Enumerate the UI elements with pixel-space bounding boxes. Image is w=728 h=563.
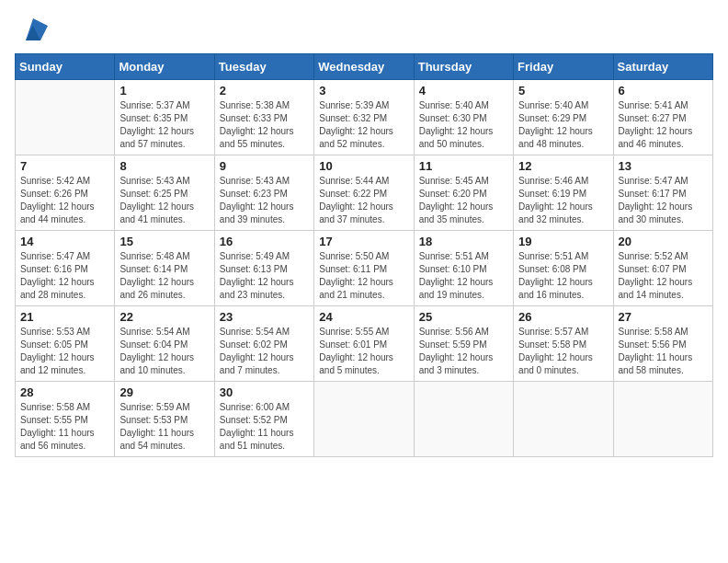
day-info: Sunrise: 5:49 AM Sunset: 6:13 PM Dayligh… (220, 250, 309, 302)
calendar-cell: 8Sunrise: 5:43 AM Sunset: 6:25 PM Daylig… (115, 155, 214, 231)
calendar-cell: 15Sunrise: 5:48 AM Sunset: 6:14 PM Dayli… (115, 231, 214, 306)
calendar-week-row: 1Sunrise: 5:37 AM Sunset: 6:35 PM Daylig… (16, 80, 713, 155)
calendar-cell: 26Sunrise: 5:57 AM Sunset: 5:58 PM Dayli… (514, 306, 613, 382)
calendar-cell: 27Sunrise: 5:58 AM Sunset: 5:56 PM Dayli… (613, 306, 712, 382)
day-info: Sunrise: 5:58 AM Sunset: 5:55 PM Dayligh… (20, 401, 109, 453)
day-number: 16 (220, 235, 309, 248)
day-number: 8 (119, 159, 209, 173)
calendar-cell (414, 382, 513, 457)
calendar-cell: 6Sunrise: 5:41 AM Sunset: 6:27 PM Daylig… (613, 80, 712, 155)
day-number: 21 (20, 310, 109, 324)
calendar-cell: 18Sunrise: 5:51 AM Sunset: 6:10 PM Dayli… (414, 231, 513, 306)
calendar-cell: 4Sunrise: 5:40 AM Sunset: 6:30 PM Daylig… (414, 80, 513, 155)
weekday-header: Thursday (414, 54, 513, 80)
day-number: 18 (419, 235, 508, 248)
day-info: Sunrise: 5:54 AM Sunset: 6:04 PM Dayligh… (119, 326, 209, 377)
day-info: Sunrise: 5:47 AM Sunset: 6:17 PM Dayligh… (619, 175, 708, 226)
weekday-header: Wednesday (314, 54, 414, 80)
calendar-week-row: 14Sunrise: 5:47 AM Sunset: 6:16 PM Dayli… (16, 231, 713, 306)
day-number: 13 (619, 159, 708, 173)
day-info: Sunrise: 5:50 AM Sunset: 6:11 PM Dayligh… (319, 250, 408, 302)
day-number: 30 (220, 385, 309, 399)
day-number: 28 (20, 385, 109, 399)
calendar-cell: 19Sunrise: 5:51 AM Sunset: 6:08 PM Dayli… (514, 231, 613, 306)
day-info: Sunrise: 5:57 AM Sunset: 5:58 PM Dayligh… (518, 326, 608, 377)
day-info: Sunrise: 5:37 AM Sunset: 6:35 PM Dayligh… (119, 99, 209, 151)
day-info: Sunrise: 5:58 AM Sunset: 5:56 PM Dayligh… (619, 326, 708, 377)
day-number: 3 (319, 84, 408, 98)
day-number: 25 (419, 310, 508, 324)
day-info: Sunrise: 5:56 AM Sunset: 5:59 PM Dayligh… (419, 326, 508, 377)
day-info: Sunrise: 5:40 AM Sunset: 6:29 PM Dayligh… (518, 99, 608, 151)
logo-icon (18, 15, 48, 44)
calendar-cell: 10Sunrise: 5:44 AM Sunset: 6:22 PM Dayli… (314, 155, 414, 231)
day-number: 9 (220, 159, 309, 173)
day-number: 7 (20, 159, 109, 173)
calendar-week-row: 28Sunrise: 5:58 AM Sunset: 5:55 PM Dayli… (16, 382, 713, 457)
day-info: Sunrise: 5:43 AM Sunset: 6:25 PM Dayligh… (119, 175, 209, 226)
calendar-cell: 5Sunrise: 5:40 AM Sunset: 6:29 PM Daylig… (514, 80, 613, 155)
day-number: 10 (319, 159, 408, 173)
calendar-table: SundayMondayTuesdayWednesdayThursdayFrid… (15, 53, 713, 457)
calendar-header-row: SundayMondayTuesdayWednesdayThursdayFrid… (16, 54, 713, 80)
calendar-cell: 2Sunrise: 5:38 AM Sunset: 6:33 PM Daylig… (214, 80, 313, 155)
day-info: Sunrise: 5:38 AM Sunset: 6:33 PM Dayligh… (220, 99, 309, 151)
calendar-cell: 12Sunrise: 5:46 AM Sunset: 6:19 PM Dayli… (514, 155, 613, 231)
day-number: 23 (220, 310, 309, 324)
day-number: 5 (518, 84, 608, 98)
day-number: 24 (319, 310, 408, 324)
day-info: Sunrise: 5:54 AM Sunset: 6:02 PM Dayligh… (220, 326, 309, 377)
calendar-cell (16, 80, 115, 155)
calendar-cell: 29Sunrise: 5:59 AM Sunset: 5:53 PM Dayli… (115, 382, 214, 457)
day-info: Sunrise: 5:51 AM Sunset: 6:08 PM Dayligh… (518, 250, 608, 302)
calendar-week-row: 7Sunrise: 5:42 AM Sunset: 6:26 PM Daylig… (16, 155, 713, 231)
calendar-cell: 13Sunrise: 5:47 AM Sunset: 6:17 PM Dayli… (613, 155, 712, 231)
calendar-cell: 11Sunrise: 5:45 AM Sunset: 6:20 PM Dayli… (414, 155, 513, 231)
calendar-cell: 24Sunrise: 5:55 AM Sunset: 6:01 PM Dayli… (314, 306, 414, 382)
day-info: Sunrise: 5:40 AM Sunset: 6:30 PM Dayligh… (419, 99, 508, 151)
day-number: 29 (119, 385, 209, 399)
weekday-header: Friday (514, 54, 613, 80)
day-info: Sunrise: 5:53 AM Sunset: 6:05 PM Dayligh… (20, 326, 109, 377)
day-number: 26 (518, 310, 608, 324)
calendar-cell: 14Sunrise: 5:47 AM Sunset: 6:16 PM Dayli… (16, 231, 115, 306)
day-info: Sunrise: 5:45 AM Sunset: 6:20 PM Dayligh… (419, 175, 508, 226)
calendar-cell: 28Sunrise: 5:58 AM Sunset: 5:55 PM Dayli… (16, 382, 115, 457)
calendar-cell: 7Sunrise: 5:42 AM Sunset: 6:26 PM Daylig… (16, 155, 115, 231)
weekday-header: Saturday (613, 54, 712, 80)
calendar-cell: 25Sunrise: 5:56 AM Sunset: 5:59 PM Dayli… (414, 306, 513, 382)
calendar-cell: 30Sunrise: 6:00 AM Sunset: 5:52 PM Dayli… (214, 382, 313, 457)
day-number: 14 (20, 235, 109, 248)
day-number: 2 (220, 84, 309, 98)
calendar-cell: 16Sunrise: 5:49 AM Sunset: 6:13 PM Dayli… (214, 231, 313, 306)
calendar-cell: 20Sunrise: 5:52 AM Sunset: 6:07 PM Dayli… (613, 231, 712, 306)
calendar-cell: 1Sunrise: 5:37 AM Sunset: 6:35 PM Daylig… (115, 80, 214, 155)
day-info: Sunrise: 6:00 AM Sunset: 5:52 PM Dayligh… (220, 401, 309, 453)
day-info: Sunrise: 5:52 AM Sunset: 6:07 PM Dayligh… (619, 250, 708, 302)
day-info: Sunrise: 5:47 AM Sunset: 6:16 PM Dayligh… (20, 250, 109, 302)
day-number: 11 (419, 159, 508, 173)
calendar-week-row: 21Sunrise: 5:53 AM Sunset: 6:05 PM Dayli… (16, 306, 713, 382)
calendar-cell (613, 382, 712, 457)
day-number: 1 (119, 84, 209, 98)
day-number: 4 (419, 84, 508, 98)
calendar-cell: 23Sunrise: 5:54 AM Sunset: 6:02 PM Dayli… (214, 306, 313, 382)
calendar-cell: 22Sunrise: 5:54 AM Sunset: 6:04 PM Dayli… (115, 306, 214, 382)
page-header (15, 15, 713, 44)
day-number: 17 (319, 235, 408, 248)
calendar-cell: 21Sunrise: 5:53 AM Sunset: 6:05 PM Dayli… (16, 306, 115, 382)
calendar-cell: 17Sunrise: 5:50 AM Sunset: 6:11 PM Dayli… (314, 231, 414, 306)
calendar-cell (514, 382, 613, 457)
weekday-header: Tuesday (214, 54, 313, 80)
day-number: 19 (518, 235, 608, 248)
day-number: 22 (119, 310, 209, 324)
day-number: 12 (518, 159, 608, 173)
day-info: Sunrise: 5:59 AM Sunset: 5:53 PM Dayligh… (119, 401, 209, 453)
day-info: Sunrise: 5:39 AM Sunset: 6:32 PM Dayligh… (319, 99, 408, 151)
day-info: Sunrise: 5:48 AM Sunset: 6:14 PM Dayligh… (119, 250, 209, 302)
logo (15, 15, 48, 44)
day-number: 20 (619, 235, 708, 248)
calendar-cell: 3Sunrise: 5:39 AM Sunset: 6:32 PM Daylig… (314, 80, 414, 155)
day-info: Sunrise: 5:55 AM Sunset: 6:01 PM Dayligh… (319, 326, 408, 377)
day-number: 27 (619, 310, 708, 324)
